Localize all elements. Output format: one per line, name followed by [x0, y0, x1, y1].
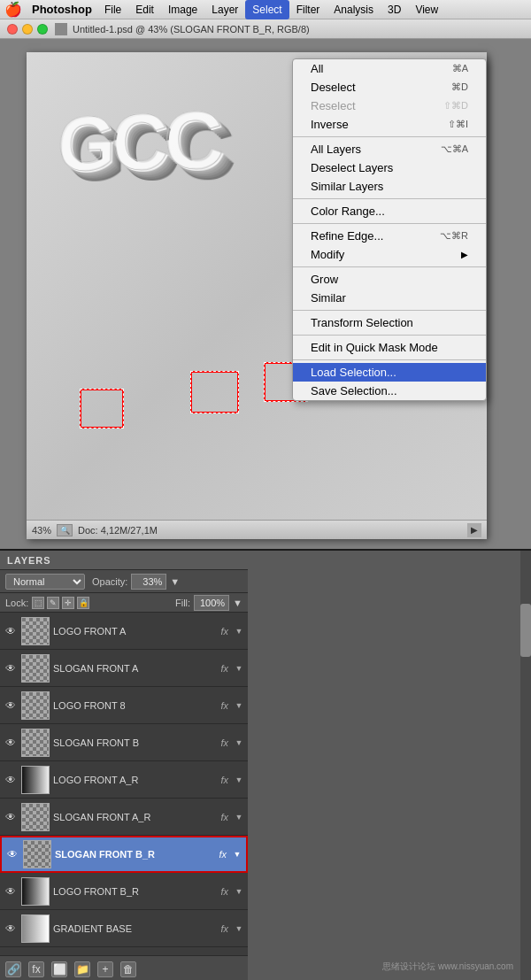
layer-expand-icon[interactable]: ▼	[234, 923, 244, 934]
menu-3d[interactable]: 3D	[381, 0, 408, 19]
layer-name: SLOGAN FRONT B_R	[55, 849, 215, 860]
right-panel	[248, 551, 531, 980]
menubar: 🍎 Photoshop File Edit Image Layer Select…	[0, 0, 531, 19]
layer-row-slogan-front-a[interactable]: 👁 SLOGAN FRONT A fx ▼	[0, 650, 248, 687]
menu-edit-quick-mask[interactable]: Edit in Quick Mask Mode	[293, 338, 486, 357]
menu-file[interactable]: File	[97, 0, 128, 19]
menu-filter[interactable]: Filter	[289, 0, 327, 19]
menu-view[interactable]: View	[408, 0, 445, 19]
divider-3	[293, 223, 486, 224]
fill-input[interactable]	[194, 595, 229, 611]
menu-all[interactable]: All ⌘A	[293, 59, 486, 78]
layer-visibility-icon[interactable]: 👁	[4, 773, 18, 787]
layer-thumbnail	[21, 617, 50, 645]
layer-expand-icon[interactable]: ▼	[234, 700, 244, 711]
menu-select[interactable]: Select	[245, 0, 289, 19]
layer-visibility-icon[interactable]: 👁	[4, 810, 18, 824]
menu-modify[interactable]: Modify ▶	[293, 245, 486, 264]
menu-image[interactable]: Image	[161, 0, 204, 19]
layer-row-slogan-front-br[interactable]: 👁 SLOGAN FRONT B_R fx ▼	[0, 836, 248, 873]
layer-visibility-icon[interactable]: 👁	[4, 736, 18, 750]
zoom-level: 43%	[32, 525, 51, 536]
menu-transform-selection[interactable]: Transform Selection	[293, 313, 486, 332]
layer-name: SLOGAN FRONT A	[53, 663, 217, 674]
menu-similar-layers[interactable]: Similar Layers	[293, 177, 486, 196]
layer-link-button[interactable]: 🔗	[5, 961, 21, 977]
titlebar: Untitled-1.psd @ 43% (SLOGAN FRONT B_R, …	[0, 19, 531, 39]
watermark: 思绪设计论坛 www.nissyuan.com	[382, 961, 513, 973]
layer-fx-button[interactable]: fx	[28, 961, 44, 977]
layer-fx-icon: fx	[220, 923, 228, 934]
layer-row-logo-front-br[interactable]: 👁 LOGO FRONT B_R fx ▼	[0, 873, 248, 910]
menu-similar[interactable]: Similar	[293, 289, 486, 307]
layer-row-slogan-front-ar[interactable]: 👁 SLOGAN FRONT A_R fx ▼	[0, 799, 248, 836]
layer-visibility-icon[interactable]: 👁	[4, 884, 18, 899]
divider-2	[293, 198, 486, 199]
menu-edit[interactable]: Edit	[128, 0, 161, 19]
layer-mask-button[interactable]: ⬜	[51, 961, 67, 977]
menu-analysis[interactable]: Analysis	[327, 0, 381, 19]
canvas-arrow[interactable]: ▶	[467, 523, 481, 537]
menu-inverse[interactable]: Inverse ⇧⌘I	[293, 115, 486, 134]
layer-visibility-icon[interactable]: 👁	[5, 847, 19, 861]
layer-visibility-icon[interactable]: 👁	[4, 624, 18, 638]
layers-panel-header: LAYERS	[0, 551, 248, 570]
opacity-input[interactable]	[131, 574, 166, 590]
layer-expand-icon[interactable]: ▼	[234, 886, 244, 897]
layer-row-logo-front-ar[interactable]: 👁 LOGO FRONT A_R fx ▼	[0, 761, 248, 799]
close-button[interactable]	[7, 24, 18, 35]
menu-refine-edge[interactable]: Refine Edge... ⌥⌘R	[293, 227, 486, 245]
layer-visibility-icon[interactable]: 👁	[4, 698, 18, 713]
layer-expand-icon[interactable]: ▼	[234, 737, 244, 748]
menu-deselect[interactable]: Deselect ⌘D	[293, 78, 486, 96]
lock-transparent-icon[interactable]: ⬚	[32, 597, 44, 609]
lock-all-icon[interactable]: 🔒	[77, 597, 89, 609]
layer-row-logo-front-8[interactable]: 👁 LOGO FRONT 8 fx ▼	[0, 687, 248, 724]
blend-mode-select[interactable]: Normal	[5, 574, 85, 590]
layer-expand-icon[interactable]: ▼	[232, 849, 242, 860]
layer-fx-icon: fx	[220, 626, 228, 637]
layer-expand-icon[interactable]: ▼	[234, 775, 244, 785]
layer-delete-button[interactable]: 🗑	[120, 961, 136, 977]
app-name[interactable]: Photoshop	[27, 3, 97, 16]
apple-menu[interactable]: 🍎	[0, 1, 27, 18]
layer-fx-icon: fx	[220, 812, 228, 822]
menu-save-selection[interactable]: Save Selection...	[293, 382, 486, 400]
layer-row-logo-front-a[interactable]: 👁 LOGO FRONT A fx ▼	[0, 613, 248, 650]
menu-grow[interactable]: Grow	[293, 270, 486, 289]
menu-layer[interactable]: Layer	[204, 0, 245, 19]
menu-deselect-layers[interactable]: Deselect Layers	[293, 158, 486, 177]
layer-visibility-icon[interactable]: 👁	[4, 661, 18, 675]
selection-marquee-1	[80, 389, 124, 428]
layer-fx-icon: fx	[220, 737, 228, 748]
layer-visibility-icon[interactable]: 👁	[4, 922, 18, 936]
lock-image-icon[interactable]: ✎	[47, 597, 59, 609]
layer-group-button[interactable]: 📁	[74, 961, 90, 977]
minimize-button[interactable]	[22, 24, 33, 35]
layer-thumbnail	[21, 803, 50, 831]
divider-7	[293, 359, 486, 360]
layer-fx-icon: fx	[220, 700, 228, 711]
layer-expand-icon[interactable]: ▼	[234, 663, 244, 674]
menu-load-selection[interactable]: Load Selection...	[293, 363, 486, 382]
layer-expand-icon[interactable]: ▼	[234, 626, 244, 637]
layers-panel: LAYERS Normal Opacity: ▼ Lock: ⬚ ✎ ✛ 🔒 F…	[0, 551, 248, 980]
vertical-scrollbar[interactable]	[520, 551, 531, 980]
bottom-panel: LAYERS Normal Opacity: ▼ Lock: ⬚ ✎ ✛ 🔒 F…	[0, 549, 531, 980]
layer-row-gradient-base[interactable]: 👁 GRADIENT BASE fx ▼	[0, 910, 248, 947]
scrollbar-thumb[interactable]	[520, 604, 531, 657]
zoom-icon[interactable]: 🔍	[57, 524, 73, 536]
layer-row-slogan-front-b[interactable]: 👁 SLOGAN FRONT B fx ▼	[0, 724, 248, 761]
lock-position-icon[interactable]: ✛	[62, 597, 74, 609]
canvas-3d-text: GCC	[56, 94, 221, 189]
selection-marquee-2	[190, 371, 239, 413]
traffic-lights	[7, 24, 48, 35]
layer-new-button[interactable]: +	[97, 961, 113, 977]
layer-expand-icon[interactable]: ▼	[234, 812, 244, 822]
menu-color-range[interactable]: Color Range...	[293, 202, 486, 220]
lock-icons: ⬚ ✎ ✛ 🔒	[32, 597, 89, 609]
menu-all-layers[interactable]: All Layers ⌥⌘A	[293, 140, 486, 158]
layer-thumbnail	[21, 766, 50, 794]
layer-name: LOGO FRONT 8	[53, 700, 217, 711]
maximize-button[interactable]	[37, 24, 48, 35]
